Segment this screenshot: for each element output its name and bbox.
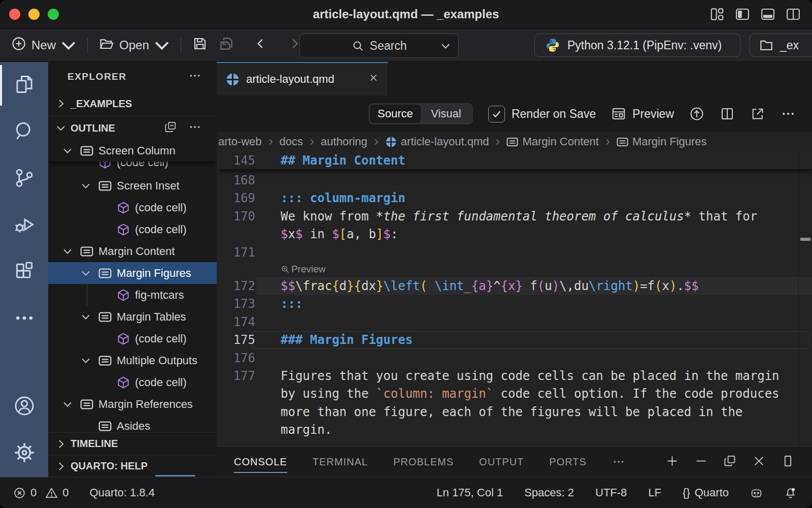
codelens-label: Preview: [291, 264, 326, 275]
section-outline[interactable]: OUTLINE: [48, 116, 217, 140]
tab-source[interactable]: Source: [370, 105, 421, 123]
maximize-panel-icon[interactable]: [781, 454, 795, 470]
activity-account[interactable]: [0, 384, 48, 430]
overview-ruler-marker: [800, 238, 810, 241]
code-text: $$\frac{d}{dx}\left( \int_{a}^{x} f(u)\,…: [281, 279, 699, 293]
panel-tab-output[interactable]: OUTPUT: [479, 447, 524, 477]
new-button[interactable]: New: [11, 36, 76, 54]
notifications-status[interactable]: [784, 487, 797, 499]
split-editor-layout-icon[interactable]: [786, 7, 801, 24]
back-button[interactable]: [254, 37, 267, 53]
render-document-icon[interactable]: [689, 106, 704, 121]
outline-item-code-cell[interactable]: (code cell): [48, 328, 217, 350]
zoom-window-button[interactable]: [48, 9, 59, 20]
render-on-save-checkbox[interactable]: Render on Save: [488, 106, 596, 122]
problems-status[interactable]: 0 0: [13, 486, 69, 499]
search-input[interactable]: Search: [299, 34, 459, 58]
activity-settings[interactable]: [0, 430, 48, 477]
breadcrumb-margin-figures[interactable]: Margin Figures: [617, 135, 707, 148]
search-icon: [13, 120, 36, 144]
outline-item-multiple-outputs[interactable]: Multiple Outputs: [48, 350, 217, 371]
breadcrumb-label: docs: [280, 135, 303, 148]
save-icon: [192, 36, 208, 54]
close-window-button[interactable]: [9, 9, 20, 20]
restore-panel-icon[interactable]: [723, 454, 737, 470]
timeline-section-label: TIMELINE: [71, 438, 118, 450]
minimize-panel-icon[interactable]: [694, 454, 708, 470]
open-button[interactable]: Open: [99, 36, 170, 54]
panel-more-tabs[interactable]: [612, 447, 625, 477]
outline-item-label: (code cell): [135, 332, 186, 345]
open-external-icon[interactable]: [750, 106, 765, 121]
code-text: $x$ in $[a, b]$:: [281, 227, 398, 241]
workspace-button[interactable]: _ex: [750, 34, 812, 57]
activity-search[interactable]: [0, 109, 48, 155]
more-actions-icon[interactable]: [781, 106, 796, 121]
activity-source-control[interactable]: [0, 155, 48, 202]
outline-item-margin-references[interactable]: Margin References: [48, 393, 217, 415]
eol-label: LF: [648, 486, 661, 499]
language-mode-status[interactable]: {} Quarto: [683, 486, 729, 499]
toggle-sidebar-icon[interactable]: [735, 7, 750, 24]
breadcrumb-docs[interactable]: docs: [280, 135, 303, 148]
cursor-position-status[interactable]: Ln 175, Col 1: [436, 486, 503, 499]
activity-explorer[interactable]: [0, 62, 48, 109]
tab-article-layout[interactable]: article-layout.qmd: [217, 62, 388, 96]
breadcrumb-arto-web[interactable]: arto-web: [218, 135, 262, 148]
scrollbar[interactable]: [798, 151, 812, 446]
panel-tab-ports[interactable]: PORTS: [549, 447, 587, 477]
forward-button[interactable]: [288, 37, 301, 53]
code-cell-icon: [117, 376, 135, 389]
save-all-button[interactable]: [219, 36, 234, 54]
indentation-status[interactable]: Spaces: 2: [524, 486, 574, 499]
quarto-version-status[interactable]: Quarto: 1.8.4: [90, 486, 155, 499]
new-terminal-icon[interactable]: [665, 454, 679, 470]
outline-item-asides[interactable]: Asides: [48, 415, 217, 432]
outline-item-margin-figures[interactable]: Margin Figures: [48, 262, 217, 284]
preview-button[interactable]: Preview: [611, 106, 674, 121]
toggle-panel-icon[interactable]: [760, 7, 775, 24]
eol-status[interactable]: LF: [648, 486, 661, 499]
close-panel-icon[interactable]: [752, 454, 766, 470]
outline-item-label: Multiple Outputs: [117, 354, 197, 367]
breadcrumb-authoring[interactable]: authoring: [321, 135, 367, 148]
explorer-header: EXPLORER: [67, 71, 127, 82]
outline-item-fig-mtcars[interactable]: fig-mtcars: [48, 284, 217, 306]
outline-item-screen-column[interactable]: Screen Column: [48, 140, 217, 162]
activity-extensions[interactable]: [0, 249, 48, 296]
tab-visual[interactable]: Visual: [421, 105, 471, 123]
section-timeline[interactable]: TIMELINE: [48, 432, 217, 455]
outline-item-screen-inset[interactable]: Screen Inset: [48, 175, 217, 197]
more-actions-icon[interactable]: [188, 69, 201, 85]
more-actions-icon[interactable]: [188, 120, 201, 136]
panel-tab-terminal[interactable]: TERMINAL: [313, 447, 368, 477]
outline-item-margin-tables[interactable]: Margin Tables: [48, 306, 217, 328]
activity-run-debug[interactable]: [0, 202, 48, 249]
split-editor-icon[interactable]: [720, 106, 735, 121]
python-interpreter-button[interactable]: Python 3.12.1 (PipEnv: .venv): [534, 34, 740, 57]
minimize-window-button[interactable]: [28, 9, 40, 20]
breadcrumb-article-layout-qmd[interactable]: article-layout.qmd: [385, 135, 489, 148]
panel-tab-console[interactable]: CONSOLE: [234, 447, 287, 477]
codelens-row[interactable]: Preview: [217, 261, 812, 277]
outline-item-label: (code cell): [117, 162, 168, 169]
activity-more[interactable]: [0, 296, 48, 342]
outline-item-code-cell[interactable]: (code cell): [48, 162, 217, 175]
section-quarto-help[interactable]: QUARTO: HELP: [48, 455, 217, 477]
outline-item-code-cell[interactable]: (code cell): [48, 218, 217, 240]
customize-layout-icon[interactable]: [709, 7, 725, 24]
code-line-175: 175### Margin Figures: [217, 331, 812, 349]
encoding-status[interactable]: UTF-8: [595, 486, 627, 499]
panel-tab-problems[interactable]: PROBLEMS: [393, 447, 454, 477]
section-examples[interactable]: _EXAMPLES: [48, 91, 217, 116]
collapse-all-icon[interactable]: [164, 120, 177, 136]
outline-item-code-cell[interactable]: (code cell): [48, 371, 217, 393]
breadcrumb-margin-content[interactable]: Margin Content: [506, 135, 598, 148]
quarto-file-icon: [385, 136, 397, 148]
outline-item-code-cell[interactable]: (code cell): [48, 197, 217, 218]
outline-item-margin-content[interactable]: Margin Content: [48, 240, 217, 262]
code-editor[interactable]: 145## Margin Content168169::: column-mar…: [217, 151, 812, 446]
copilot-status[interactable]: [750, 487, 763, 499]
save-button[interactable]: [192, 36, 208, 54]
close-icon[interactable]: [368, 73, 379, 86]
